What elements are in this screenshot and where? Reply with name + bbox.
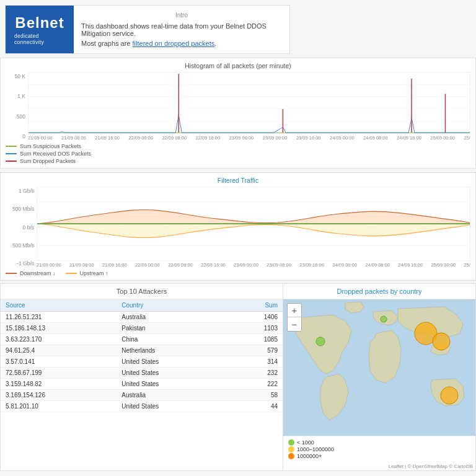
filt-legend-2: Upstream ↑ (80, 270, 108, 276)
map-legend: < 1000 1000–1000000 1000000+ (283, 436, 475, 462)
zoom-out-button[interactable]: − (288, 317, 301, 331)
cell-country: Australia (117, 390, 227, 401)
table-row: 3.169.154.126 Australia 58 (1, 390, 283, 401)
cell-country: United States (117, 401, 227, 412)
hist-legend-2: Sum Received DOS Packets (20, 151, 91, 157)
table-row: 94.61.25.4 Netherlands 579 (1, 345, 283, 356)
intro-line2: Most graphs are filtered on dropped pack… (81, 40, 282, 47)
svg-point-16 (441, 387, 458, 404)
cell-sum: 44 (227, 401, 283, 412)
world-map-svg (283, 299, 475, 436)
svg-point-17 (316, 337, 325, 346)
cell-sum: 1406 (227, 312, 283, 323)
cell-country: United States (117, 368, 227, 379)
map-credit: Leaflet | © OpenStreetMap © CartoDB (283, 462, 475, 470)
filtered-chart (37, 187, 470, 261)
belnet-logo: Belnet dedicated connectivity (6, 6, 74, 53)
cell-source: 3.169.154.126 (1, 390, 117, 401)
filtered-traffic-section: Filtered Traffic 1 Gb/s 500 Mb/s 0 b/s 5… (0, 172, 476, 281)
cell-country: Australia (117, 312, 227, 323)
logo-title: Belnet (15, 14, 64, 32)
filtered-x-axis: 21/09 00:00 21/09 08:00 21/09 16:00 22/0… (37, 262, 470, 268)
table-row: 15.186.148.13 Pakistan 1103 (1, 323, 283, 334)
filt-y-2: 500 Mb/s (6, 206, 34, 212)
col-source: Source (1, 299, 117, 312)
filt-y-1: 1 Gb/s (6, 188, 34, 194)
histogram-legend: Sum Suspicious Packets Sum Received DOS … (6, 143, 470, 164)
cell-source: 3.159.148.82 (1, 379, 117, 390)
svg-point-15 (433, 333, 450, 350)
cell-country: Netherlands (117, 345, 227, 356)
histogram-title: Histogram of all packets (per minute) (6, 62, 470, 69)
intro-line1: This dashboard shows real-time data from… (81, 22, 282, 37)
svg-point-18 (381, 316, 387, 322)
intro-panel: Belnet dedicated connectivity Intro This… (5, 5, 290, 54)
hist-y-label-4: 0 (6, 133, 25, 139)
hist-legend-1: Sum Suspicious Packets (20, 143, 81, 149)
cell-source: 3.63.223.170 (1, 334, 117, 345)
attackers-table: Source Country Sum 11.26.51.231 Australi… (1, 299, 283, 412)
hist-legend-3: Sum Dropped Packets (20, 158, 76, 164)
cell-sum: 314 (227, 356, 283, 368)
table-row: 72.58.67.199 United States 232 (1, 368, 283, 379)
cell-sum: 1085 (227, 334, 283, 345)
cell-sum: 232 (227, 368, 283, 379)
map-legend-1: < 1000 (297, 439, 314, 446)
col-sum: Sum (227, 299, 283, 312)
cell-sum: 1103 (227, 323, 283, 334)
filtered-title: Filtered Traffic (6, 177, 470, 184)
bottom-section: Top 10 Attackers Source Country Sum 11.2… (0, 283, 476, 471)
top-attackers-panel: Top 10 Attackers Source Country Sum 11.2… (1, 284, 283, 470)
histogram-section: Histogram of all packets (per minute) 50… (0, 58, 476, 169)
cell-source: 3.57.0.141 (1, 356, 117, 368)
col-country: Country (117, 299, 227, 312)
hist-y-label-2: 1 K (6, 93, 25, 99)
table-row: 3.57.0.141 United States 314 (1, 356, 283, 368)
cell-country: Pakistan (117, 323, 227, 334)
histogram-chart (28, 72, 470, 134)
filtered-legend: Downstream ↓ Upstream ↑ (6, 270, 470, 276)
cell-source: 94.61.25.4 (1, 345, 117, 356)
map-zoom-controls[interactable]: + − (287, 303, 302, 332)
map-panel: Dropped packets by country + − (283, 284, 475, 470)
hist-y-label-1: 50 K (6, 73, 25, 79)
cell-country: United States (117, 356, 227, 368)
zoom-in-button[interactable]: + (288, 304, 301, 317)
table-row: 5.81.201.10 United States 44 (1, 401, 283, 412)
filt-legend-1: Downstream ↓ (20, 270, 56, 276)
histogram-x-axis: 21/09 00:00 21/09 08:00 21/09 16:00 22/0… (28, 135, 470, 141)
map-legend-2: 1000–1000000 (297, 446, 334, 452)
cell-country: China (117, 334, 227, 345)
cell-source: 72.58.67.199 (1, 368, 117, 379)
map-title: Dropped packets by country (283, 284, 475, 299)
cell-sum: 58 (227, 390, 283, 401)
cell-sum: 579 (227, 345, 283, 356)
logo-subtitle: dedicated connectivity (14, 33, 65, 45)
cell-source: 11.26.51.231 (1, 312, 117, 323)
table-row: 3.159.148.82 United States 222 (1, 379, 283, 390)
filt-y-4: 500 Mb/s (6, 242, 34, 249)
intro-title: Intro (81, 12, 282, 19)
filt-y-5: -1 Gb/s (6, 260, 34, 267)
hist-y-label-3: 500 (6, 113, 25, 120)
cell-country: United States (117, 379, 227, 390)
table-title: Top 10 Attackers (1, 284, 283, 299)
map-container: + − (283, 299, 475, 436)
filt-y-3: 0 b/s (6, 224, 34, 231)
table-row: 11.26.51.231 Australia 1406 (1, 312, 283, 323)
cell-source: 15.186.148.13 (1, 323, 117, 334)
table-row: 3.63.223.170 China 1085 (1, 334, 283, 345)
map-legend-3: 1000000+ (297, 453, 322, 459)
cell-sum: 222 (227, 379, 283, 390)
cell-source: 5.81.201.10 (1, 401, 117, 412)
